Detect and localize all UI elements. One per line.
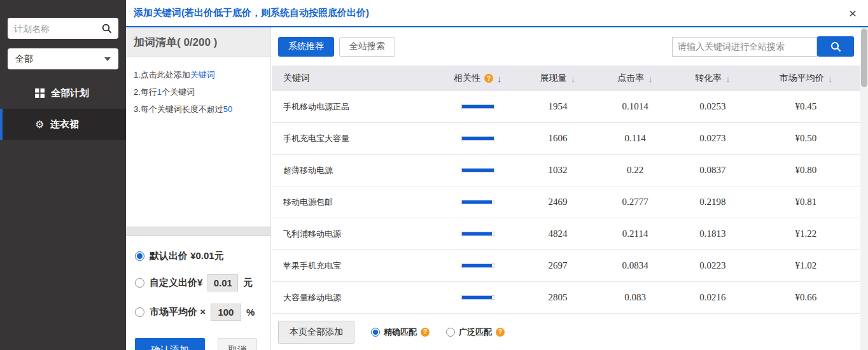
plan-filter-select[interactable]: 全部 xyxy=(8,48,118,69)
match-option-label: 广泛匹配 xyxy=(459,326,492,338)
relevance-bar-fill xyxy=(462,137,494,140)
keyword-cell: 手机充电宝大容量 xyxy=(272,133,437,144)
radio-market-bid[interactable] xyxy=(135,307,144,317)
cvr-cell: 0.1813 xyxy=(674,228,752,239)
tab-site-search[interactable]: 全站搜索 xyxy=(339,37,395,57)
word-list-panel: 加词清单( 0/200 ) 1.点击此处添加关键词2.每行1个关键词3.每个关键… xyxy=(126,27,271,350)
radio-broad-match[interactable] xyxy=(446,328,455,337)
relevance-bar xyxy=(461,295,494,300)
keyword-cell: 苹果手机充电宝 xyxy=(272,260,437,272)
gear-icon: ⚙ xyxy=(35,120,44,130)
table-row[interactable]: 大容量移动电源28050.0830.0216¥0.66 xyxy=(272,282,860,314)
help-icon[interactable]: ? xyxy=(421,328,430,337)
relevance-bar-fill xyxy=(462,200,493,204)
sort-desc-icon[interactable]: ↓ xyxy=(497,73,502,84)
panel-divider xyxy=(126,227,270,236)
plan-filter-value: 全部 xyxy=(15,53,33,65)
sort-icon[interactable]: ↓ xyxy=(828,73,833,84)
instruction-line: 1.点击此处添加关键词 xyxy=(134,66,263,83)
relevance-bar xyxy=(461,104,494,109)
price-cell: ¥0.80 xyxy=(752,165,860,176)
custom-bid-input[interactable] xyxy=(207,274,238,291)
sidebar-item-label: 全部计划 xyxy=(51,87,89,99)
match-option-broad[interactable]: 广泛匹配 ? xyxy=(446,326,505,338)
radio-exact-match[interactable] xyxy=(371,328,380,337)
bid-option-label: 自定义出价¥ xyxy=(150,277,202,289)
help-icon[interactable]: ? xyxy=(496,328,505,337)
sort-icon[interactable]: ↓ xyxy=(725,73,731,84)
plan-search-box[interactable] xyxy=(8,18,118,39)
relevance-bar-fill xyxy=(462,264,493,267)
sidebar-item-dress-plan[interactable]: ⚙ 连衣裙 xyxy=(0,109,126,140)
bid-options: 默认出价 ¥0.01元 自定义出价¥ 元 市场平均价 × % xyxy=(126,236,270,321)
scrollbar-thumb[interactable] xyxy=(861,29,867,87)
tab-bar: 系统推荐全站搜索 xyxy=(278,37,400,57)
sort-icon[interactable]: ↓ xyxy=(571,73,576,84)
tab-system-recommend[interactable]: 系统推荐 xyxy=(278,37,334,57)
relevance-cell xyxy=(437,200,519,204)
price-cell: ¥0.81 xyxy=(752,197,860,207)
ctr-cell: 0.2114 xyxy=(596,228,674,239)
col-header-ctr[interactable]: 点击率 ↓ xyxy=(596,73,674,84)
ctr-cell: 0.22 xyxy=(596,165,674,176)
add-all-button[interactable]: 本页全部添加 xyxy=(278,321,354,344)
panel-buttons: 确认添加 取消 xyxy=(126,333,270,350)
bid-option-unit: 元 xyxy=(243,277,253,289)
instruction-line: 3.每个关键词长度不超过50 xyxy=(134,101,263,118)
relevance-cell xyxy=(437,232,519,236)
price-cell: ¥0.50 xyxy=(752,133,860,144)
bid-option-custom[interactable]: 自定义出价¥ 元 xyxy=(135,274,262,291)
market-pct-input[interactable] xyxy=(211,304,241,321)
impressions-cell: 2469 xyxy=(519,197,597,207)
relevance-cell xyxy=(437,295,519,300)
add-keywords-modal: 添加关键词(若出价低于底价，则系统自动按照底价出价) × 加词清单( 0/200… xyxy=(126,0,868,350)
keyword-search-button[interactable] xyxy=(817,36,854,57)
close-icon[interactable]: × xyxy=(849,6,857,20)
sidebar-item-label: 连衣裙 xyxy=(50,118,79,130)
help-icon[interactable]: ? xyxy=(484,74,493,83)
bid-option-label: 市场平均价 × xyxy=(150,306,206,318)
cancel-button[interactable]: 取消 xyxy=(218,338,257,350)
search-icon[interactable] xyxy=(102,24,112,34)
vertical-scrollbar[interactable] xyxy=(860,27,868,350)
col-header-market-price[interactable]: 市场平均价 ↓ xyxy=(752,73,860,84)
sidebar-menu: 全部计划 ⚙ 连衣裙 xyxy=(0,81,126,140)
table-row[interactable]: 超薄移动电源10320.220.0837¥0.80 xyxy=(272,155,860,186)
relevance-bar-fill xyxy=(462,169,494,172)
table-row[interactable]: 移动电源包邮24690.27770.2198¥0.81 xyxy=(272,186,860,218)
confirm-add-button[interactable]: 确认添加 xyxy=(135,338,205,350)
radio-default-bid[interactable] xyxy=(135,251,144,261)
cvr-cell: 0.2198 xyxy=(674,197,752,207)
bid-option-unit: % xyxy=(246,307,255,318)
cvr-cell: 0.0837 xyxy=(674,165,752,176)
plan-search-input[interactable] xyxy=(14,24,102,34)
toolbar: 系统推荐全站搜索 xyxy=(272,27,860,66)
modal-title: 添加关键词(若出价低于底价，则系统自动按照底价出价) xyxy=(134,7,369,19)
instruction-list[interactable]: 1.点击此处添加关键词2.每行1个关键词3.每个关键词长度不超过50 xyxy=(126,57,270,227)
chevron-down-icon xyxy=(104,57,111,61)
col-header-relevance[interactable]: 相关性 ? ↓ xyxy=(437,73,519,84)
price-cell: ¥0.66 xyxy=(752,292,860,303)
table-row[interactable]: 苹果手机充电宝26970.08340.0223¥1.02 xyxy=(272,250,860,282)
bid-option-default[interactable]: 默认出价 ¥0.01元 xyxy=(135,250,262,262)
table-row[interactable]: 手机充电宝大容量16060.1140.0273¥0.50 xyxy=(272,123,860,155)
relevance-cell xyxy=(437,263,519,268)
ctr-cell: 0.1014 xyxy=(596,101,674,112)
match-option-exact[interactable]: 精确匹配 ? xyxy=(371,326,430,338)
bid-option-market[interactable]: 市场平均价 × % xyxy=(135,304,262,321)
relevance-bar xyxy=(461,168,494,172)
sort-icon[interactable]: ↓ xyxy=(648,73,653,84)
table-row[interactable]: 手机移动电源正品19540.10140.0253¥0.45 xyxy=(272,91,860,123)
col-header-impressions[interactable]: 展现量 ↓ xyxy=(519,73,597,84)
keyword-cell: 移动电源包邮 xyxy=(272,197,437,208)
radio-custom-bid[interactable] xyxy=(135,278,144,288)
cvr-cell: 0.0223 xyxy=(674,260,752,271)
sidebar-item-all-plans[interactable]: 全部计划 xyxy=(0,81,126,105)
table-row[interactable]: 飞利浦移动电源48240.21140.1813¥1.22 xyxy=(272,218,860,250)
keyword-search-input[interactable] xyxy=(672,37,817,57)
ctr-cell: 0.0834 xyxy=(596,260,674,271)
col-header-cvr[interactable]: 转化率 ↓ xyxy=(674,73,752,84)
keyword-table-body: 手机移动电源正品19540.10140.0253¥0.45手机充电宝大容量160… xyxy=(272,91,860,314)
word-list-header: 加词清单( 0/200 ) xyxy=(126,27,270,57)
sidebar: 全部 全部计划 ⚙ 连衣裙 xyxy=(0,0,126,350)
